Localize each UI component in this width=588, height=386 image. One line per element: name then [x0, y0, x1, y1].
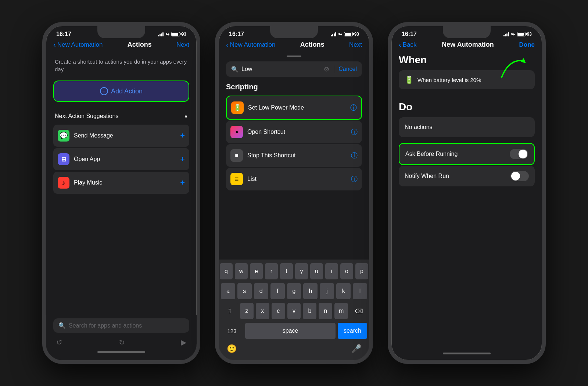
search-bar-1[interactable]: 🔍 Search for apps and actions — [53, 318, 189, 333]
nav-bar-3: ‹ Back New Automation Done — [391, 39, 542, 53]
add-open-app-button[interactable]: + — [180, 154, 185, 164]
status-bar-2: 16:17 ↬ 93 — [219, 26, 369, 39]
key-q[interactable]: q — [220, 263, 233, 279]
key-b[interactable]: b — [303, 303, 316, 319]
key-123[interactable]: 123 — [221, 323, 243, 339]
green-arrow-annotation — [498, 55, 531, 82]
key-y[interactable]: y — [295, 263, 308, 279]
clear-search-button[interactable]: ⊗ — [324, 65, 329, 73]
key-g[interactable]: g — [287, 283, 301, 299]
list-icon: ≡ — [230, 173, 243, 185]
key-shift[interactable]: ⇧ — [221, 303, 238, 319]
key-j[interactable]: j — [320, 283, 334, 299]
stop-shortcut-item[interactable]: ■ Stop This Shortcut ⓘ — [226, 144, 362, 167]
set-low-power-mode-item[interactable]: 🔋 Set Low Power Mode ⓘ — [226, 96, 362, 120]
key-space[interactable]: space — [245, 323, 336, 339]
set-low-power-label: Set Low Power Mode — [248, 104, 304, 111]
phones-container: 16:17 Search ↬ 93 ‹ New Automation — [42, 22, 546, 364]
back-button-2[interactable]: ‹ New Automation — [226, 40, 275, 49]
emoji-button[interactable]: 🙂 — [227, 344, 237, 354]
key-w[interactable]: w — [235, 263, 248, 279]
key-p[interactable]: p — [355, 263, 368, 279]
play-button[interactable]: ▶ — [181, 338, 186, 347]
suggestion-list: 💬 Send Message + ⊞ Open App + ♪ Play Mu — [53, 125, 189, 194]
key-d[interactable]: d — [254, 283, 268, 299]
redo-button[interactable]: ↻ — [119, 338, 125, 347]
plus-icon: + — [100, 87, 108, 95]
key-l[interactable]: l — [353, 283, 367, 299]
mic-button[interactable]: 🎤 — [351, 344, 361, 354]
time-2: 16:17 — [229, 31, 244, 37]
time-3: 16:17 — [402, 31, 417, 37]
undo-button[interactable]: ↺ — [56, 338, 62, 347]
do-section: Do No actions Ask Before Running Notify … — [391, 101, 542, 192]
next-button-2[interactable]: Next — [349, 41, 362, 49]
key-c[interactable]: c — [272, 303, 285, 319]
key-k[interactable]: k — [336, 283, 351, 299]
battery-icon-3: 93 — [517, 32, 532, 37]
list-info-button[interactable]: ⓘ — [351, 175, 358, 183]
key-z[interactable]: z — [240, 303, 254, 319]
scripting-label: Scripting — [226, 83, 362, 91]
key-u[interactable]: u — [310, 263, 323, 279]
search-input[interactable]: Low — [241, 66, 321, 72]
ask-before-running-toggle[interactable] — [510, 149, 528, 159]
key-f[interactable]: f — [270, 283, 285, 299]
status-bar-1: 16:17 Search ↬ 93 — [46, 26, 197, 39]
scripting-section: Scripting 🔋 Set Low Power Mode ⓘ ✦ Open … — [219, 83, 369, 190]
chevron-icon-2: ‹ — [226, 40, 229, 49]
key-search[interactable]: search — [338, 323, 367, 339]
no-actions-box: No actions — [399, 117, 535, 137]
status-icons-2: ↬ 93 — [331, 32, 359, 37]
time-1: 16:17 — [56, 31, 71, 37]
notify-when-run-item: Notify When Run — [399, 166, 535, 186]
nav-title-2: Actions — [300, 41, 325, 49]
key-o[interactable]: o — [340, 263, 353, 279]
next-button-1[interactable]: Next — [176, 41, 189, 49]
add-send-message-button[interactable]: + — [180, 131, 185, 140]
cancel-button[interactable]: Cancel — [338, 66, 357, 72]
key-n[interactable]: n — [319, 303, 332, 319]
send-message-icon: 💬 — [58, 130, 69, 142]
key-s[interactable]: s — [237, 283, 252, 299]
open-shortcut-item[interactable]: ✦ Open Shortcut ⓘ — [226, 121, 362, 143]
nav-title-3: New Automation — [442, 41, 494, 49]
when-condition-text: When battery level is 20% — [417, 77, 481, 83]
search-input-area[interactable]: 🔍 Low ⊗ Cancel — [226, 61, 362, 77]
collapse-icon[interactable]: ∨ — [184, 113, 188, 119]
stop-shortcut-label: Stop This Shortcut — [247, 152, 295, 159]
kb-row-3: ⇧ z x c v b n m ⌫ — [221, 303, 367, 319]
key-r[interactable]: r — [265, 263, 278, 279]
key-v[interactable]: v — [287, 303, 301, 319]
key-i[interactable]: i — [325, 263, 338, 279]
back-button-1[interactable]: ‹ New Automation — [53, 40, 103, 49]
search-icon-1: 🔍 — [58, 322, 66, 329]
open-shortcut-info-button[interactable]: ⓘ — [351, 128, 358, 136]
status-icons-3: ↬ 93 — [503, 32, 532, 37]
stop-shortcut-info-button[interactable]: ⓘ — [351, 151, 358, 160]
suggestions-header: Next Action Suggestions ∨ — [53, 113, 189, 125]
notify-when-run-toggle[interactable] — [510, 171, 529, 181]
low-power-info-button[interactable]: ⓘ — [350, 103, 357, 112]
nav-bar-1: ‹ New Automation Actions Next — [46, 39, 197, 53]
phone-1: 16:17 Search ↬ 93 ‹ New Automation — [42, 22, 200, 364]
status-icons-1: ↬ 93 — [158, 32, 186, 37]
key-a[interactable]: a — [221, 283, 235, 299]
key-x[interactable]: x — [256, 303, 269, 319]
key-delete[interactable]: ⌫ — [350, 303, 367, 319]
key-m[interactable]: m — [334, 303, 348, 319]
wifi-icon-3: ↬ — [511, 32, 515, 37]
list-item[interactable]: ≡ List ⓘ — [226, 168, 362, 190]
back-button-3[interactable]: ‹ Back — [399, 40, 416, 49]
done-button[interactable]: Done — [519, 41, 535, 49]
play-music-label: Play Music — [74, 179, 102, 186]
toggle-knob-notify — [511, 172, 520, 181]
key-h[interactable]: h — [303, 283, 318, 299]
add-play-music-button[interactable]: + — [180, 178, 185, 187]
add-action-button[interactable]: + Add Action — [53, 81, 189, 102]
chevron-icon-3: ‹ — [399, 40, 401, 49]
key-t[interactable]: t — [280, 263, 293, 279]
do-title: Do — [399, 101, 535, 113]
chevron-icon-1: ‹ — [53, 40, 56, 49]
key-e[interactable]: e — [250, 263, 263, 279]
